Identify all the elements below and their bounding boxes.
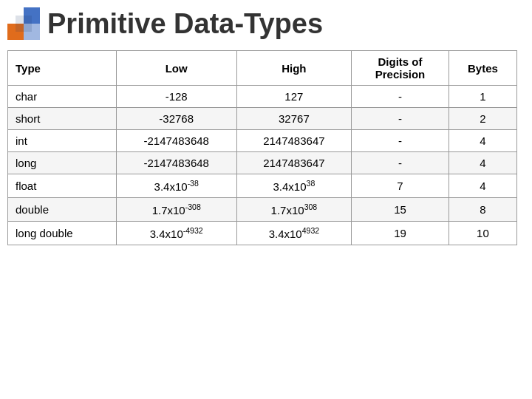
- table-row: double 1.7x10-308 1.7x10308 15 8: [8, 198, 517, 222]
- cell-type: char: [8, 86, 117, 108]
- col-low: Low: [116, 51, 236, 86]
- cell-bytes: 10: [449, 222, 516, 245]
- table-row: short -32768 32767 - 2: [8, 108, 517, 130]
- cell-bytes: 4: [449, 152, 516, 174]
- header: Primitive Data-Types: [7, 7, 517, 40]
- cell-low: 1.7x10-308: [116, 198, 236, 222]
- cell-type: float: [8, 174, 117, 198]
- col-high: High: [236, 51, 351, 86]
- table-row: long double 3.4x10-4932 3.4x104932 19 10: [8, 222, 517, 245]
- cell-high: 3.4x104932: [236, 222, 351, 245]
- table-row: char -128 127 - 1: [8, 86, 517, 108]
- cell-type: short: [8, 108, 117, 130]
- cell-type: double: [8, 198, 117, 222]
- cell-precision: 7: [352, 174, 449, 198]
- cell-low: -2147483648: [116, 130, 236, 152]
- col-bytes: Bytes: [449, 51, 516, 86]
- cell-precision: 15: [352, 198, 449, 222]
- svg-rect-3: [16, 16, 32, 32]
- table-row: float 3.4x10-38 3.4x1038 7 4: [8, 174, 517, 198]
- page-title: Primitive Data-Types: [47, 8, 323, 40]
- cell-high: 1.7x10308: [236, 198, 351, 222]
- data-table: Type Low High Digits ofPrecision Bytes c…: [7, 50, 517, 245]
- cell-precision: 19: [352, 222, 449, 245]
- table-row: long -2147483648 2147483647 - 4: [8, 152, 517, 174]
- cell-low: -128: [116, 86, 236, 108]
- cell-low: 3.4x10-4932: [116, 222, 236, 245]
- logo-icon: [7, 7, 40, 40]
- cell-high: 2147483647: [236, 130, 351, 152]
- cell-high: 127: [236, 86, 351, 108]
- table-header-row: Type Low High Digits ofPrecision Bytes: [8, 51, 517, 86]
- cell-precision: -: [352, 108, 449, 130]
- col-precision: Digits ofPrecision: [352, 51, 449, 86]
- cell-bytes: 4: [449, 130, 516, 152]
- col-type: Type: [8, 51, 117, 86]
- cell-bytes: 1: [449, 86, 516, 108]
- cell-low: -2147483648: [116, 152, 236, 174]
- cell-bytes: 8: [449, 198, 516, 222]
- cell-type: long double: [8, 222, 117, 245]
- cell-low: -32768: [116, 108, 236, 130]
- cell-high: 2147483647: [236, 152, 351, 174]
- cell-high: 32767: [236, 108, 351, 130]
- cell-precision: -: [352, 152, 449, 174]
- table-row: int -2147483648 2147483647 - 4: [8, 130, 517, 152]
- cell-bytes: 2: [449, 108, 516, 130]
- cell-type: int: [8, 130, 117, 152]
- cell-type: long: [8, 152, 117, 174]
- cell-low: 3.4x10-38: [116, 174, 236, 198]
- cell-bytes: 4: [449, 174, 516, 198]
- cell-precision: -: [352, 130, 449, 152]
- cell-precision: -: [352, 86, 449, 108]
- cell-high: 3.4x1038: [236, 174, 351, 198]
- page: Primitive Data-Types Type Low High Digit…: [0, 0, 532, 399]
